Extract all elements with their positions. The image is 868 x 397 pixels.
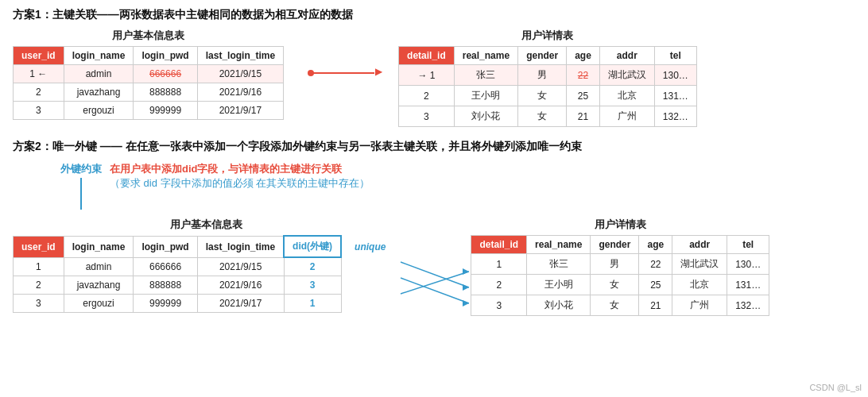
cell-age: 22 <box>639 254 672 275</box>
cell-pk: 3 <box>14 102 64 120</box>
section2-left-table: user_id login_name login_pwd last_login_… <box>13 235 399 313</box>
cell-tel: 130… <box>727 254 769 275</box>
cell-gender: 女 <box>518 106 567 127</box>
section2-right-label: 用户详情表 <box>595 218 646 232</box>
cell-addr: 北京 <box>672 275 727 295</box>
cell-login-name: ergouzi <box>64 102 134 120</box>
table-row: 1 ← admin 666666 2021/9/15 <box>14 65 284 83</box>
cell-detail-id: 2 <box>471 275 527 295</box>
section1-left-table: user_id login_name login_pwd last_login_… <box>13 46 284 120</box>
col-header-login-name: login_name <box>64 236 134 257</box>
table-row: 3 ergouzi 999999 2021/9/17 <box>14 102 284 120</box>
cell-age: 25 <box>639 275 672 295</box>
cell-login-name: admin <box>64 65 134 83</box>
cell-tel: 131… <box>727 275 769 295</box>
cell-login-pwd: 666666 <box>134 257 197 276</box>
col-header-age: age <box>567 47 600 65</box>
svg-marker-5 <box>463 268 469 275</box>
cell-unique-empty <box>341 276 399 295</box>
cell-pk: 1 ← <box>14 65 64 83</box>
section2-right-table: detail_id real_name gender age addr tel … <box>471 235 769 316</box>
cell-did: 3 <box>284 276 341 295</box>
section2-title: 方案2：唯一外键 —— 在任意一张表中添加一个字段添加外键约束与另一张表主键关联… <box>13 140 855 154</box>
cell-login-name: ergouzi <box>64 295 134 313</box>
cell-pk: 3 <box>14 295 64 313</box>
cell-gender: 女 <box>518 86 567 106</box>
cell-did: 1 <box>284 295 341 313</box>
col-header-user-id: user_id <box>14 236 64 257</box>
cell-detail-id: 3 <box>399 106 455 127</box>
cell-login-name: admin <box>64 257 134 276</box>
fk-vertical-line <box>80 178 82 210</box>
col-header-gender: gender <box>518 47 567 65</box>
cell-login-name: javazhang <box>64 83 134 102</box>
col-header-gender: gender <box>591 236 639 254</box>
cell-tel: 130… <box>654 65 696 86</box>
cell-pk: 2 <box>14 276 64 295</box>
table-row: → 1 张三 男 22 湖北武汉 130… <box>399 65 697 86</box>
fk-desc-line1: 在用户表中添加did字段，与详情表的主键进行关联 <box>110 162 370 176</box>
section1-right-table: detail_id real_name gender age addr tel … <box>398 46 697 127</box>
cell-real-name: 张三 <box>454 65 517 86</box>
cross-arrows-area <box>399 254 471 320</box>
cell-login-pwd: 666666 <box>134 65 197 83</box>
cell-tel: 132… <box>727 295 769 316</box>
cell-gender: 女 <box>591 295 639 316</box>
watermark: CSDN @L_sl <box>809 383 862 392</box>
cell-last-login: 2021/9/17 <box>197 102 283 120</box>
cell-last-login: 2021/9/15 <box>197 65 283 83</box>
svg-marker-4 <box>463 300 469 306</box>
col-header-addr: addr <box>599 47 654 65</box>
fk-label: 外键约束 <box>60 162 102 176</box>
table-row: 2 javazhang 888888 2021/9/16 <box>14 83 284 102</box>
col-header-real-name: real_name <box>527 236 591 254</box>
fk-desc-group: 在用户表中添加did字段，与详情表的主键进行关联 （要求 did 字段中添加的值… <box>110 162 370 191</box>
cell-age: 25 <box>567 86 600 106</box>
cell-real-name: 刘小花 <box>454 106 517 127</box>
cell-last-login: 2021/9/16 <box>197 83 283 102</box>
section2-tables: 用户基本信息表 user_id login_name login_pwd las… <box>13 218 855 320</box>
cell-addr: 湖北武汉 <box>599 65 654 86</box>
cell-login-pwd: 888888 <box>134 83 197 102</box>
cell-pk: 2 <box>14 83 64 102</box>
col-header-login-name: login_name <box>64 47 134 65</box>
col-header-unique: unique <box>341 236 399 257</box>
table-row: 3 刘小花 女 21 广州 132… <box>399 106 697 127</box>
col-header-age: age <box>639 236 672 254</box>
table-row: 3 ergouzi 999999 2021/9/17 1 <box>14 295 399 313</box>
cell-login-pwd: 888888 <box>134 276 197 295</box>
table-row: 2 王小明 女 25 北京 131… <box>471 275 769 295</box>
table-row: 1 admin 666666 2021/9/15 2 <box>14 257 399 276</box>
col-header-did: did(外键) <box>284 236 341 257</box>
cell-last-login: 2021/9/15 <box>197 257 284 276</box>
col-header-last-login-time: last_login_time <box>197 236 284 257</box>
cell-login-name: javazhang <box>64 276 134 295</box>
col-header-real-name: real_name <box>454 47 517 65</box>
cell-age: 22 <box>567 65 600 86</box>
cell-login-pwd: 999999 <box>134 295 197 313</box>
cell-gender: 女 <box>591 275 639 295</box>
table-row: 2 王小明 女 25 北京 131… <box>399 86 697 106</box>
cross-arrows-svg <box>399 254 471 318</box>
col-header-detail-id: detail_id <box>471 236 527 254</box>
cell-addr: 广州 <box>672 295 727 316</box>
cell-gender: 男 <box>591 254 639 275</box>
cell-pk: 1 <box>14 257 64 276</box>
table-row: 3 刘小花 女 21 广州 132… <box>471 295 769 316</box>
col-header-tel: tel <box>727 236 769 254</box>
section1-right-label: 用户详情表 <box>521 29 573 43</box>
cell-unique-empty <box>341 295 399 313</box>
cell-did: 2 <box>284 257 341 276</box>
cell-addr: 北京 <box>599 86 654 106</box>
fk-desc-line2: （要求 did 字段中添加的值必须 在其关联的主键中存在） <box>110 176 370 191</box>
cell-age: 21 <box>567 106 600 127</box>
cell-real-name: 刘小花 <box>527 295 591 316</box>
cell-detail-id: → 1 <box>399 65 455 86</box>
col-header-tel: tel <box>654 47 696 65</box>
cell-last-login: 2021/9/16 <box>197 276 284 295</box>
col-header-detail-id: detail_id <box>399 47 455 65</box>
cell-last-login: 2021/9/17 <box>197 295 284 313</box>
fk-label-group: 外键约束 <box>60 162 102 211</box>
table-row: 1 张三 男 22 湖北武汉 130… <box>471 254 769 275</box>
cell-detail-id: 1 <box>471 254 527 275</box>
